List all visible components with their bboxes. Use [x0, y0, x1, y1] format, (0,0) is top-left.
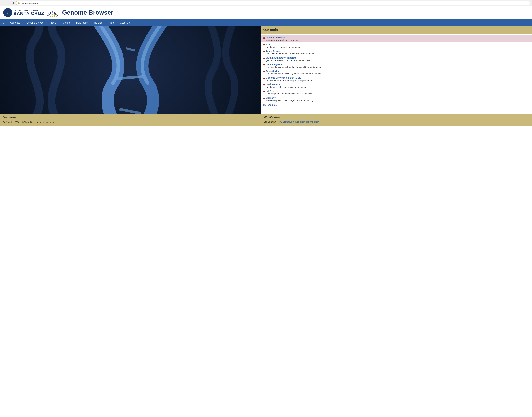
news-date: Jul 14, 2017	[264, 121, 276, 123]
tool-bullet-1: ■	[263, 43, 265, 46]
tool-bullet-6: ■	[263, 77, 265, 79]
tool-item-gbib: ■ Genome Browser in a Box (GBiB) run the…	[263, 76, 529, 82]
tool-item-liftover: ■ LiftOver convert genome coordinates be…	[263, 89, 529, 96]
nav-item-mydata[interactable]: My Data	[91, 19, 106, 26]
news-item: Jul 14, 2017 - New alternative mouse str…	[264, 121, 529, 123]
tool-bullet-7: ■	[263, 83, 265, 86]
home-icon: ⌂	[3, 21, 4, 24]
nav-item-genome-browser[interactable]: Genome Browser	[23, 19, 48, 26]
bottom-panels: Our story On June 22, 2000, UCSC and the…	[0, 114, 532, 126]
tool-link-genome-browser[interactable]: Genome Browser	[266, 36, 299, 39]
tool-bullet-5: ■	[263, 70, 265, 73]
more-tools-link[interactable]: More tools...	[263, 102, 276, 107]
tool-item-genome-browser: ■ Genome Browser interactively visualize…	[261, 35, 532, 42]
tool-item-gene-sorter: ■ Gene Sorter find genes that are simila…	[263, 69, 529, 76]
hero-image	[0, 26, 261, 114]
tool-desc-blat: rapidly align sequences to the genome	[266, 46, 302, 48]
address-bar[interactable]: 🔒 genome.ucsc.edu	[16, 1, 530, 5]
tool-desc-table-browser: download data from the Genome Browser da…	[266, 52, 315, 55]
tool-item-blat: ■ BLAT rapidly align sequences to the ge…	[263, 42, 529, 49]
tools-header: Our tools	[261, 26, 532, 34]
uc-seal: 🎓 UC	[3, 8, 12, 17]
nav-item-genomes[interactable]: Genomes	[7, 19, 23, 26]
whats-new-panel: What's new Jul 14, 2017 - New alternativ…	[261, 114, 532, 126]
hero-panel	[0, 26, 261, 114]
tool-desc-visigene: interactively view in situ images of mou…	[266, 99, 313, 102]
nav-item-mirrors[interactable]: Mirrors	[59, 19, 73, 26]
whats-new-title: What's new	[264, 116, 529, 119]
santa-cruz-label: SANTA CRUZ	[13, 11, 44, 16]
refresh-button[interactable]: ↻	[13, 2, 14, 4]
tool-desc-gene-sorter: find genes that are similar by expressio…	[266, 73, 321, 75]
tool-desc-gbib: run the Genome Browser on your laptop or…	[266, 79, 313, 82]
tool-item-pcr: ■ In-Silico PCR rapidly align PCR primer…	[263, 82, 529, 89]
logo-area: 🎓 UC UNIVERSITY OF CALIFORNIA SANTA CRUZ	[3, 8, 61, 17]
browser-chrome: ← → ↻ 🔒 genome.ucsc.edu	[0, 0, 532, 6]
ucsc-arc-logo: UCSC	[46, 8, 59, 17]
tool-item-visigene: ■ VisiGene interactively view in situ im…	[263, 96, 529, 102]
nav-item-downloads[interactable]: Downloads	[73, 19, 91, 26]
tool-item-data-integrator: ■ Data Integrator combine data sources f…	[263, 62, 529, 69]
tool-desc-vai: get functional effect predictions for va…	[266, 59, 310, 62]
site-header: 🎓 UC UNIVERSITY OF CALIFORNIA SANTA CRUZ	[0, 6, 532, 19]
tool-bullet-8: ■	[263, 90, 265, 93]
our-story-text: On June 22, 2000, UCSC and the other mem…	[3, 121, 258, 124]
main-navigation: ⌂ Genomes Genome Browser Tools Mirrors D…	[0, 19, 532, 26]
tool-bullet-0: ■	[263, 37, 265, 39]
our-story-title: Our story	[3, 116, 258, 119]
nav-item-help[interactable]: Help	[106, 19, 117, 26]
tool-item-table-browser: ■ Table Browser download data from the G…	[263, 49, 529, 56]
tool-link-gbib[interactable]: Genome Browser in a Box (GBiB)	[266, 76, 313, 79]
tool-desc-pcr: rapidly align PCR primer pairs to the ge…	[266, 86, 308, 88]
tool-link-gene-sorter[interactable]: Gene Sorter	[266, 70, 321, 73]
lock-icon: 🔒	[18, 2, 20, 4]
tool-bullet-2: ■	[263, 50, 265, 53]
site-title: Genome Browser	[62, 9, 113, 16]
tool-bullet-4: ■	[263, 63, 265, 66]
santa-cruz-branding: UNIVERSITY OF CALIFORNIA SANTA CRUZ	[13, 10, 44, 16]
tool-link-table-browser[interactable]: Table Browser	[266, 50, 315, 52]
tool-desc-data-integrator: combine data sources from the Genome Bro…	[266, 66, 321, 68]
tool-bullet-9: ■	[263, 97, 265, 99]
back-button[interactable]: ←	[2, 1, 6, 5]
tool-link-visigene[interactable]: VisiGene	[266, 96, 313, 99]
tools-list: ■ Genome Browser interactively visualize…	[261, 34, 532, 109]
tool-link-pcr[interactable]: In-Silico PCR	[266, 83, 308, 86]
our-story-panel: Our story On June 22, 2000, UCSC and the…	[0, 114, 261, 126]
svg-text:UCSC: UCSC	[50, 14, 58, 17]
forward-button[interactable]: →	[7, 1, 11, 5]
main-content: Our tools ■ Genome Browser interactively…	[0, 26, 532, 114]
url-text: genome.ucsc.edu	[21, 2, 38, 4]
tool-link-liftover[interactable]: LiftOver	[266, 90, 312, 93]
tool-link-blat[interactable]: BLAT	[266, 43, 302, 46]
news-link[interactable]: New alternative mouse strain hub and str…	[278, 121, 320, 123]
tool-desc-liftover: convert genome coordinates between assem…	[266, 93, 312, 95]
nav-item-about[interactable]: About Us	[117, 19, 133, 26]
tool-desc-genome-browser: interactively visualize genomic data	[266, 39, 299, 41]
tool-item-vai: ■ Variant Annotation Integrator get func…	[263, 56, 529, 62]
tool-link-vai[interactable]: Variant Annotation Integrator	[266, 56, 310, 59]
nav-item-tools[interactable]: Tools	[48, 19, 60, 26]
nav-home-button[interactable]: ⌂	[0, 19, 7, 26]
tools-panel: Our tools ■ Genome Browser interactively…	[261, 26, 532, 114]
tool-bullet-3: ■	[263, 57, 265, 59]
tool-link-data-integrator[interactable]: Data Integrator	[266, 63, 321, 66]
